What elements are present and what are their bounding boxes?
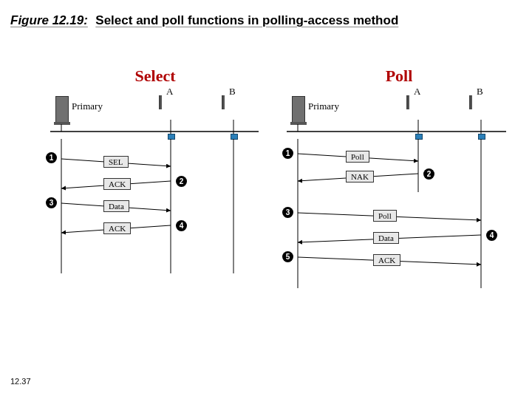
step-badge: 1 [46, 152, 57, 163]
panel-select: Select Primary A B [44, 66, 266, 288]
figure-caption: Select and poll functions in polling-acc… [95, 13, 398, 27]
node-a: A [406, 96, 429, 109]
step-badge: 4 [176, 220, 187, 231]
node-b-label: B [229, 86, 236, 98]
node-b: B [469, 96, 491, 109]
panel-poll-title: Poll [281, 66, 517, 86]
msg-ack: ACK [373, 254, 400, 266]
tower-icon [292, 96, 305, 123]
msg-ack: ACK [103, 178, 131, 190]
drop-icon [415, 134, 423, 140]
node-b-label: B [477, 86, 483, 98]
laptop-icon [406, 96, 429, 109]
node-primary: Primary [55, 96, 69, 126]
panel-select-title: Select [44, 66, 266, 86]
laptop-icon [469, 96, 491, 109]
msg-sel: SEL [103, 156, 129, 168]
laptop-icon [222, 96, 244, 109]
node-primary-label: Primary [72, 100, 103, 112]
step-badge: 4 [486, 230, 497, 241]
msg-data: Data [103, 200, 129, 212]
step-badge: 2 [176, 176, 187, 187]
msg-poll: Poll [373, 210, 397, 222]
node-a-label: A [166, 86, 173, 98]
drop-icon [231, 134, 238, 140]
msg-ack: ACK [103, 222, 131, 234]
panel-poll: Poll Primary A B [281, 66, 517, 303]
msg-poll: Poll [346, 151, 369, 163]
drop-icon [478, 134, 485, 140]
laptop-icon [159, 96, 181, 109]
step-badge: 5 [282, 251, 293, 262]
node-a: A [159, 96, 181, 109]
drop-icon [168, 134, 175, 140]
page-number: 12.37 [10, 377, 31, 386]
msg-nak: NAK [346, 171, 374, 183]
step-badge: 3 [282, 207, 293, 218]
node-a-label: A [414, 86, 420, 98]
step-badge: 2 [423, 168, 434, 180]
tower-icon [55, 96, 69, 123]
figure-number: Figure 12.19: [10, 13, 88, 27]
msg-data: Data [373, 232, 399, 244]
step-badge: 3 [46, 197, 57, 208]
node-b: B [222, 96, 244, 109]
node-primary-label: Primary [308, 100, 339, 112]
step-badge: 1 [282, 148, 293, 159]
node-primary: Primary [292, 96, 305, 126]
figure-title: Figure 12.19: Select and poll functions … [10, 13, 398, 28]
